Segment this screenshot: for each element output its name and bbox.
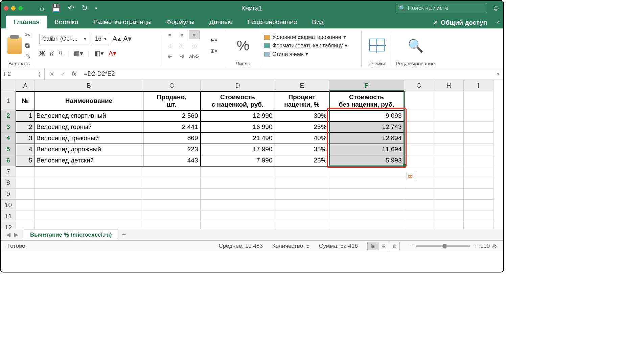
decrease-indent-icon[interactable]: ⇤: [164, 52, 175, 61]
cell-F2[interactable]: 9 093: [329, 110, 404, 122]
cell-E3[interactable]: 25%: [275, 122, 329, 133]
cell-styles-button[interactable]: Стили ячеек ▾: [264, 51, 347, 57]
cell-A6[interactable]: 5: [16, 155, 35, 166]
row-header-8[interactable]: 8: [1, 177, 16, 189]
minimize-window-button[interactable]: [11, 6, 16, 10]
cancel-formula-icon[interactable]: ✕: [49, 70, 54, 78]
copy-icon[interactable]: ⧉: [25, 42, 31, 49]
cell-B4[interactable]: Велосипед трековый: [35, 133, 143, 144]
cell-F1[interactable]: Стоимость без наценки, руб.: [329, 91, 404, 110]
next-sheet-icon[interactable]: ▶: [14, 231, 18, 238]
col-header-D[interactable]: D: [201, 80, 275, 91]
row-header-1[interactable]: 1: [1, 91, 16, 110]
cell-E2[interactable]: 30%: [275, 110, 329, 122]
number-format-button[interactable]: %: [237, 32, 249, 59]
maximize-window-button[interactable]: [18, 6, 23, 10]
cell-D1[interactable]: Стоимость с наценкой, руб.: [201, 91, 275, 110]
wrap-text-icon[interactable]: ↩▾: [206, 36, 222, 45]
cell-E6[interactable]: 25%: [275, 155, 329, 166]
col-header-C[interactable]: C: [143, 80, 201, 91]
cell-F3[interactable]: 12 743: [329, 122, 404, 133]
cell-D6[interactable]: 7 990: [201, 155, 275, 166]
cell-A2[interactable]: 1: [16, 110, 35, 122]
italic-button[interactable]: К: [50, 50, 53, 57]
zoom-slider[interactable]: [416, 245, 470, 247]
row-header-4[interactable]: 4: [1, 133, 16, 144]
view-page-layout-icon[interactable]: ▤: [378, 242, 389, 250]
cell-B2[interactable]: Велосипед спортивный: [35, 110, 143, 122]
cell-G2[interactable]: [404, 110, 434, 122]
cell-E4[interactable]: 40%: [275, 133, 329, 144]
borders-icon[interactable]: ▦▾: [74, 49, 83, 57]
tab-data[interactable]: Данные: [202, 16, 240, 28]
cell-C6[interactable]: 443: [143, 155, 201, 166]
row-header-9[interactable]: 9: [1, 189, 16, 200]
fill-handle[interactable]: [403, 164, 406, 167]
align-middle-icon[interactable]: ≡: [177, 30, 187, 39]
row-header-5[interactable]: 5: [1, 144, 16, 155]
undo-icon[interactable]: ↶: [68, 4, 74, 13]
feedback-icon[interactable]: ☺: [492, 4, 500, 13]
cells-button[interactable]: [369, 32, 385, 59]
cell-D4[interactable]: 21 490: [201, 133, 275, 144]
col-header-F[interactable]: F: [329, 80, 404, 91]
cell-B6[interactable]: Велосипед детский: [35, 155, 143, 166]
cell-A4[interactable]: 3: [16, 133, 35, 144]
col-header-B[interactable]: B: [35, 80, 143, 91]
paste-button[interactable]: [7, 32, 22, 59]
select-all-corner[interactable]: [1, 80, 16, 91]
cell-B3[interactable]: Велосипед горный: [35, 122, 143, 133]
align-bottom-icon[interactable]: ≡: [189, 30, 200, 39]
col-header-I[interactable]: I: [464, 80, 493, 91]
bold-button[interactable]: Ж: [39, 50, 45, 57]
cell-C4[interactable]: 869: [143, 133, 201, 144]
redo-icon[interactable]: ↻: [82, 4, 88, 13]
align-right-icon[interactable]: ≡: [189, 41, 200, 50]
tab-review[interactable]: Рецензирование: [240, 16, 305, 28]
cell-E1[interactable]: Процент наценки, %: [275, 91, 329, 110]
row-header-11[interactable]: 11: [1, 211, 16, 222]
cell-A3[interactable]: 2: [16, 122, 35, 133]
search-input[interactable]: [408, 5, 484, 12]
cell-C5[interactable]: 223: [143, 144, 201, 155]
underline-button[interactable]: Ч: [58, 50, 63, 57]
row-header-12[interactable]: 12: [1, 222, 16, 229]
row-header-2[interactable]: 2: [1, 110, 16, 122]
cell-D2[interactable]: 12 990: [201, 110, 275, 122]
view-page-break-icon[interactable]: ▥: [389, 242, 400, 250]
prev-sheet-icon[interactable]: ◀: [6, 231, 10, 238]
fx-icon[interactable]: fx: [72, 70, 76, 78]
cell-A1[interactable]: №: [16, 91, 35, 110]
font-size-combo[interactable]: 16▼: [92, 34, 110, 44]
cell-F6[interactable]: 5 993: [329, 155, 404, 166]
font-name-combo[interactable]: Calibri (Осн...▼: [39, 34, 90, 44]
increase-indent-icon[interactable]: ⇥: [177, 52, 187, 61]
col-header-E[interactable]: E: [275, 80, 329, 91]
orientation-icon[interactable]: ab↻: [189, 52, 200, 61]
tab-page-layout[interactable]: Разметка страницы: [86, 16, 159, 28]
share-button[interactable]: ↗ Общий доступ: [428, 17, 492, 28]
cell-D3[interactable]: 16 990: [201, 122, 275, 133]
collapse-ribbon-icon[interactable]: ˄: [497, 20, 500, 28]
merge-cells-icon[interactable]: ⊞▾: [206, 47, 222, 56]
close-window-button[interactable]: [4, 6, 8, 10]
shrink-font-icon[interactable]: A▾: [123, 35, 132, 43]
name-box[interactable]: F2 ▲▼: [1, 68, 45, 80]
conditional-formatting-button[interactable]: Условное форматирование ▾: [264, 34, 347, 40]
accept-formula-icon[interactable]: ✓: [61, 70, 66, 78]
cell-F4[interactable]: 12 894: [329, 133, 404, 144]
col-header-G[interactable]: G: [404, 80, 434, 91]
tab-home[interactable]: Главная: [6, 16, 47, 28]
row-header-3[interactable]: 3: [1, 122, 16, 133]
tab-formulas[interactable]: Формулы: [159, 16, 202, 28]
cell-I1[interactable]: [464, 91, 493, 110]
qat-dropdown-icon[interactable]: ▾: [95, 6, 97, 11]
tab-view[interactable]: Вид: [304, 16, 331, 28]
grow-font-icon[interactable]: A▴: [112, 35, 121, 43]
col-header-H[interactable]: H: [434, 80, 464, 91]
cell-A5[interactable]: 4: [16, 144, 35, 155]
autofill-options-button[interactable]: ▦+: [407, 172, 415, 180]
align-center-icon[interactable]: ≡: [177, 41, 187, 50]
home-icon[interactable]: ⌂: [40, 4, 44, 13]
cell-C1[interactable]: Продано, шт.: [143, 91, 201, 110]
